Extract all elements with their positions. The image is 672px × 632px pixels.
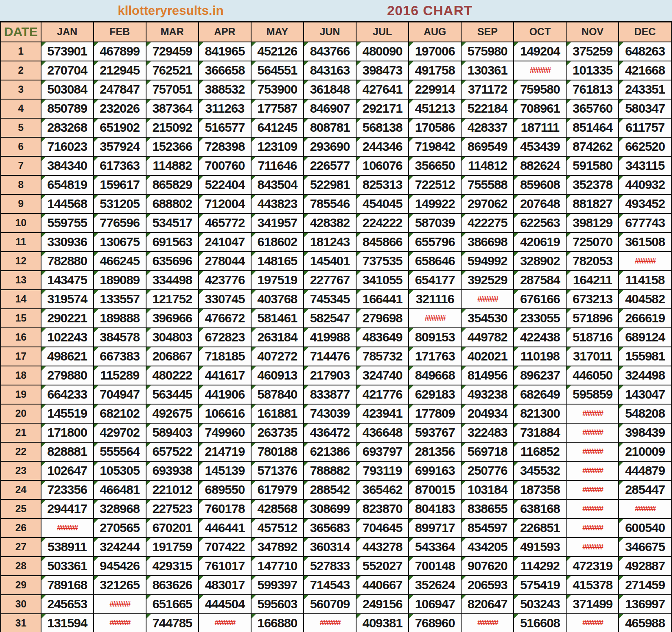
value-cell[interactable]: 423941	[356, 404, 409, 423]
value-cell[interactable]: 361848	[304, 80, 356, 99]
missing-value-cell[interactable]: ######	[94, 595, 146, 614]
value-cell[interactable]: 403768	[251, 290, 304, 309]
value-cell[interactable]: 896237	[514, 366, 566, 385]
value-cell[interactable]: 436648	[356, 423, 409, 442]
value-cell[interactable]: 278044	[199, 252, 251, 271]
value-cell[interactable]: 114158	[619, 271, 671, 290]
date-cell[interactable]: 1	[1, 42, 41, 61]
value-cell[interactable]: 421776	[356, 385, 409, 404]
value-cell[interactable]: 843504	[251, 175, 304, 194]
value-cell[interactable]: 322483	[461, 423, 514, 442]
value-cell[interactable]: 785732	[356, 347, 409, 366]
value-cell[interactable]: 347892	[251, 538, 304, 557]
value-cell[interactable]: 387364	[146, 99, 199, 118]
missing-value-cell[interactable]: ######	[619, 252, 671, 271]
value-cell[interactable]: 761017	[199, 557, 251, 576]
missing-value-cell[interactable]: ######	[409, 309, 461, 328]
value-cell[interactable]: 263735	[251, 423, 304, 442]
value-cell[interactable]: 704645	[356, 518, 409, 538]
value-cell[interactable]: 788882	[304, 461, 356, 480]
value-cell[interactable]: 279880	[41, 366, 94, 385]
value-cell[interactable]: 638168	[514, 499, 566, 518]
value-cell[interactable]: 491758	[409, 61, 461, 80]
value-cell[interactable]: 518716	[566, 328, 619, 347]
month-header-apr[interactable]: APR	[199, 22, 251, 42]
value-cell[interactable]: 859608	[514, 175, 566, 194]
missing-value-cell[interactable]: ######	[619, 499, 671, 518]
value-cell[interactable]: 144568	[41, 194, 94, 213]
value-cell[interactable]: 145401	[304, 252, 356, 271]
value-cell[interactable]: 105305	[94, 461, 146, 480]
value-cell[interactable]: 143475	[41, 271, 94, 290]
value-cell[interactable]: 114812	[461, 156, 514, 175]
value-cell[interactable]: 483649	[356, 328, 409, 347]
date-cell[interactable]: 25	[1, 499, 41, 518]
value-cell[interactable]: 171763	[409, 347, 461, 366]
value-cell[interactable]: 945426	[94, 557, 146, 576]
value-cell[interactable]: 271459	[619, 576, 671, 595]
value-cell[interactable]: 187358	[514, 480, 566, 499]
value-cell[interactable]: 123109	[251, 137, 304, 156]
value-cell[interactable]: 402021	[461, 347, 514, 366]
value-cell[interactable]: 854597	[461, 518, 514, 538]
date-cell[interactable]: 20	[1, 404, 41, 423]
value-cell[interactable]: 227767	[304, 271, 356, 290]
value-cell[interactable]: 270704	[41, 61, 94, 80]
value-cell[interactable]: 454045	[356, 194, 409, 213]
value-cell[interactable]: 707422	[199, 538, 251, 557]
value-cell[interactable]: 250776	[461, 461, 514, 480]
value-cell[interactable]: 863626	[146, 576, 199, 595]
value-cell[interactable]: 559755	[41, 213, 94, 233]
value-cell[interactable]: 375259	[566, 42, 619, 61]
month-header-mar[interactable]: MAR	[146, 22, 199, 42]
value-cell[interactable]: 102243	[41, 328, 94, 347]
value-cell[interactable]: 833877	[304, 385, 356, 404]
value-cell[interactable]: 700148	[409, 557, 461, 576]
value-cell[interactable]: 493452	[619, 194, 671, 213]
value-cell[interactable]: 293690	[304, 137, 356, 156]
value-cell[interactable]: 263184	[251, 328, 304, 347]
value-cell[interactable]: 434205	[461, 538, 514, 557]
value-cell[interactable]: 657522	[146, 442, 199, 461]
value-cell[interactable]: 907620	[461, 557, 514, 576]
missing-value-cell[interactable]: ######	[566, 518, 619, 538]
value-cell[interactable]: 782053	[566, 252, 619, 271]
value-cell[interactable]: 221012	[146, 480, 199, 499]
value-cell[interactable]: 207648	[514, 194, 566, 213]
value-cell[interactable]: 427641	[356, 80, 409, 99]
month-header-dec[interactable]: DEC	[619, 22, 671, 42]
value-cell[interactable]: 371499	[566, 595, 619, 614]
month-header-aug[interactable]: AUG	[409, 22, 461, 42]
value-cell[interactable]: 398473	[356, 61, 409, 80]
value-cell[interactable]: 241047	[199, 233, 251, 252]
value-cell[interactable]: 102647	[41, 461, 94, 480]
value-cell[interactable]: 760178	[199, 499, 251, 518]
value-cell[interactable]: 371172	[461, 80, 514, 99]
value-cell[interactable]: 635696	[146, 252, 199, 271]
value-cell[interactable]: 611757	[619, 118, 671, 137]
value-cell[interactable]: 415378	[566, 576, 619, 595]
value-cell[interactable]: 366658	[199, 61, 251, 80]
value-cell[interactable]: 755588	[461, 175, 514, 194]
value-cell[interactable]: 451213	[409, 99, 461, 118]
missing-value-cell[interactable]: ######	[41, 518, 94, 538]
value-cell[interactable]: 492887	[619, 557, 671, 576]
value-cell[interactable]: 712004	[199, 194, 251, 213]
value-cell[interactable]: 210009	[619, 442, 671, 461]
value-cell[interactable]: 346675	[619, 538, 671, 557]
value-cell[interactable]: 116852	[514, 442, 566, 461]
month-header-sep[interactable]: SEP	[461, 22, 514, 42]
value-cell[interactable]: 780188	[251, 442, 304, 461]
value-cell[interactable]: 838655	[461, 499, 514, 518]
value-cell[interactable]: 700760	[199, 156, 251, 175]
value-cell[interactable]: 743039	[304, 404, 356, 423]
value-cell[interactable]: 571896	[566, 309, 619, 328]
value-cell[interactable]: 651665	[146, 595, 199, 614]
value-cell[interactable]: 472319	[566, 557, 619, 576]
value-cell[interactable]: 453439	[514, 137, 566, 156]
value-cell[interactable]: 569718	[461, 442, 514, 461]
value-cell[interactable]: 808781	[304, 118, 356, 137]
value-cell[interactable]: 870015	[409, 480, 461, 499]
value-cell[interactable]: 711646	[251, 156, 304, 175]
value-cell[interactable]: 729459	[146, 42, 199, 61]
